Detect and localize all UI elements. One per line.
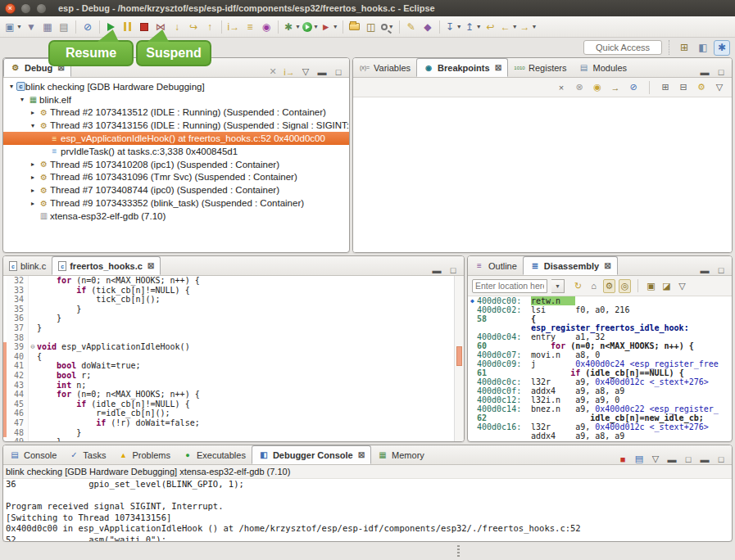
- tab-console[interactable]: ▤Console: [3, 445, 62, 464]
- maximize-icon[interactable]: □: [715, 454, 727, 464]
- tab-tasks[interactable]: ✓Tasks: [62, 445, 111, 464]
- instruction-stepping-icon[interactable]: i→: [284, 67, 295, 77]
- window-maximize-button[interactable]: [36, 3, 47, 14]
- run-launch-button[interactable]: ▼: [302, 19, 319, 35]
- quick-access-button[interactable]: Quick Access: [583, 40, 662, 55]
- location-dropdown-icon[interactable]: ▼: [551, 279, 565, 293]
- tab-problems[interactable]: ▲Problems: [111, 445, 175, 464]
- remove-all-terminated-icon[interactable]: ✕: [267, 66, 279, 77]
- close-icon[interactable]: ⊠: [495, 63, 501, 72]
- expand-arrow-icon[interactable]: ▸: [28, 174, 38, 181]
- tab-memory[interactable]: ▦Memory: [371, 445, 430, 464]
- tab-breakpoints[interactable]: ◉Breakpoints⊠: [416, 58, 508, 77]
- editor-tab-blink-c[interactable]: cblink.c: [3, 256, 52, 275]
- maximize-icon[interactable]: □: [333, 67, 344, 77]
- editor-tab-freertos-hooks-c[interactable]: cfreertos_hooks.c⊠: [52, 256, 161, 275]
- external-tools-button[interactable]: ►▼: [320, 19, 338, 35]
- suspend-button[interactable]: [120, 19, 135, 35]
- expand-arrow-icon[interactable]: ▾: [28, 122, 38, 129]
- changed-lines-marker[interactable]: [456, 346, 462, 366]
- last-edit-location-button[interactable]: ↩: [483, 19, 498, 35]
- disassembly-listing[interactable]: ◆400d0c00:retw.n 400d0c02:lsi f0, a0, 21…: [468, 296, 732, 440]
- debug-launch-button[interactable]: ✱▼: [283, 19, 301, 35]
- view-menu-icon[interactable]: ▽: [676, 279, 688, 293]
- show-debug-columns-button[interactable]: ≡: [243, 19, 257, 35]
- minimize-icon[interactable]: ▬: [699, 454, 710, 464]
- tab-registers[interactable]: 1010Registers: [508, 58, 572, 77]
- tree-row[interactable]: ▸⚙Thread #6 1073431096 (Tmr Svc) (Suspen…: [3, 171, 349, 184]
- sync-selection-icon[interactable]: ◎: [619, 279, 631, 293]
- step-into-button[interactable]: ↓: [170, 19, 184, 35]
- tab-variables[interactable]: (x)=Variables: [353, 58, 416, 77]
- expand-arrow-icon[interactable]: ▸: [28, 200, 38, 207]
- instruction-stepping-button[interactable]: i→: [226, 19, 241, 35]
- minimize-icon[interactable]: ▬: [699, 265, 710, 275]
- minimize-icon[interactable]: ▬: [699, 67, 710, 77]
- collapse-all-icon[interactable]: ⊟: [678, 82, 689, 93]
- remove-breakpoint-icon[interactable]: ×: [556, 83, 567, 93]
- maximize-icon[interactable]: □: [715, 265, 727, 275]
- fold-toggle-icon[interactable]: ⊖: [28, 342, 37, 352]
- step-return-button[interactable]: ↑: [202, 19, 217, 35]
- pin-icon[interactable]: ◪: [660, 279, 673, 293]
- view-menu-icon[interactable]: ▽: [714, 82, 725, 93]
- print-button[interactable]: ▤: [57, 19, 71, 35]
- minimize-icon[interactable]: ▬: [316, 67, 328, 77]
- maximize-icon[interactable]: □: [715, 67, 727, 77]
- skip-all-icon[interactable]: ⊘: [628, 82, 639, 93]
- expand-arrow-icon[interactable]: ▾: [17, 96, 27, 103]
- close-icon[interactable]: ⊠: [604, 261, 610, 270]
- expand-arrow-icon[interactable]: ▸: [28, 160, 38, 168]
- skip-all-breakpoints-button[interactable]: ⊘: [80, 19, 95, 35]
- expand-arrow-icon[interactable]: ▸: [28, 187, 38, 194]
- home-icon[interactable]: ⌂: [588, 279, 600, 293]
- open-perspective-icon[interactable]: ⊞: [678, 42, 690, 53]
- remove-all-breakpoints-icon[interactable]: ⊗: [574, 82, 585, 93]
- search-button[interactable]: ▼: [380, 19, 395, 35]
- tree-row[interactable]: ▸⚙Thread #5 1073410208 (ipc1) (Suspended…: [3, 158, 349, 171]
- open-perspective-button[interactable]: ⊞: [676, 40, 692, 56]
- tab-executables[interactable]: ●Executables: [176, 445, 252, 464]
- new-wizard-button[interactable]: ▣▼: [4, 19, 22, 35]
- cpp-perspective-icon[interactable]: ◧: [697, 42, 709, 53]
- terminate-icon[interactable]: ■: [617, 454, 628, 464]
- maximize-icon[interactable]: □: [683, 454, 694, 464]
- save-button[interactable]: ▼: [24, 19, 39, 35]
- debug-perspective-icon[interactable]: ✱: [716, 42, 728, 53]
- tree-row[interactable]: ≡prvIdleTask() at tasks.c:3,338 0x400845…: [3, 145, 349, 158]
- refresh-icon[interactable]: ↻: [572, 279, 584, 293]
- cpp-perspective-button[interactable]: ◧: [695, 40, 711, 56]
- back-button[interactable]: ←▼: [500, 19, 518, 35]
- display-console-icon[interactable]: ▤: [633, 454, 645, 464]
- group-by-icon[interactable]: ⚙: [696, 82, 707, 93]
- minimize-icon[interactable]: ▬: [666, 454, 678, 464]
- previous-annotation-button[interactable]: ↥▼: [464, 19, 482, 35]
- expand-arrow-icon[interactable]: ▸: [28, 109, 38, 116]
- step-over-button[interactable]: ↪: [186, 19, 201, 35]
- save-all-button[interactable]: ▦: [40, 19, 55, 35]
- tree-row[interactable]: ▾⚙Thread #3 1073413156 (IDLE : Running) …: [3, 119, 349, 132]
- view-menu-icon[interactable]: ▽: [300, 66, 311, 77]
- tree-row[interactable]: ▸⚙Thread #2 1073413512 (IDLE : Running) …: [3, 106, 349, 120]
- show-supported-icon[interactable]: ◉: [592, 82, 603, 93]
- sash-drag-handle[interactable]: [457, 545, 460, 557]
- tree-row[interactable]: ▸⚙Thread #7 1073408744 (ipc0) (Suspended…: [3, 183, 349, 196]
- breakpoints-empty-area[interactable]: [353, 97, 732, 253]
- view-menu-icon[interactable]: ▽: [650, 454, 661, 464]
- maximize-icon[interactable]: □: [447, 265, 459, 275]
- go-to-file-icon[interactable]: →: [610, 83, 621, 93]
- tree-row[interactable]: ▾▦blink.elf: [3, 93, 349, 106]
- stack-frame-selected[interactable]: ≡esp_vApplicationIdleHook() at freertos_…: [3, 132, 349, 145]
- terminate-button[interactable]: [137, 19, 152, 35]
- open-element-button[interactable]: ◫: [364, 19, 379, 35]
- tab-disassembly[interactable]: ≣Disassembly⊠: [523, 256, 618, 275]
- open-resource-button[interactable]: [347, 19, 362, 35]
- debug-perspective-button[interactable]: ✱: [714, 40, 730, 56]
- close-icon[interactable]: ⊠: [147, 261, 154, 270]
- expand-arrow-icon[interactable]: ▾: [7, 83, 16, 90]
- location-input[interactable]: [472, 279, 547, 293]
- window-close-button[interactable]: ×: [5, 3, 16, 14]
- tab-outline[interactable]: ≡Outline: [468, 256, 523, 275]
- console-output[interactable]: 36 gpio_set_level(BLINK_GPIO, 1);Program…: [3, 479, 732, 542]
- forward-button[interactable]: →▼: [519, 19, 538, 35]
